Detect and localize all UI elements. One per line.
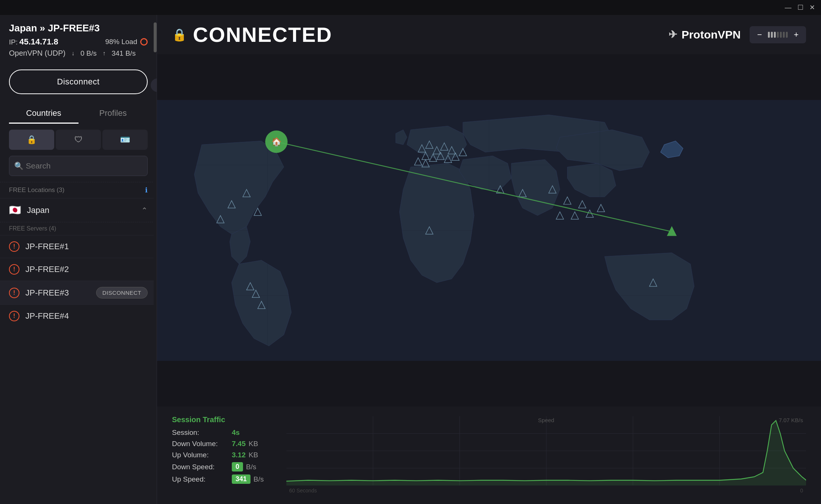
chart-speed-label: Speed (538, 417, 554, 423)
zoom-seg-6 (783, 32, 785, 38)
down-volume-row: Down Volume: 7.45 KB (172, 440, 264, 448)
server-status-icon: ! (9, 288, 19, 298)
search-container: 🔍 (0, 156, 157, 182)
server-name-1: JP-FREE#1 (25, 242, 148, 251)
free-locations-info-icon[interactable]: ℹ (145, 186, 148, 194)
window-controls: — ☐ ✕ (785, 3, 815, 12)
filter-shield-button[interactable]: 🛡 (56, 130, 101, 150)
down-volume-label: Down Volume: (172, 440, 232, 448)
main-layout: Japan » JP-FREE#3 IP: 45.14.71.8 98% Loa… (0, 15, 821, 504)
close-button[interactable]: ✕ (809, 3, 815, 12)
chart-zero-label: 0 (800, 488, 803, 494)
zoom-seg-2 (771, 32, 773, 38)
server-path: Japan » JP-FREE#3 (9, 22, 148, 34)
down-volume-value: 7.45 (232, 440, 246, 448)
down-volume-unit: KB (249, 440, 258, 448)
load-circle-icon (140, 38, 148, 46)
down-speed-row: Down Speed: 0 B/s (172, 462, 264, 471)
zoom-seg-5 (780, 32, 782, 38)
server-name-4: JP-FREE#4 (25, 311, 148, 321)
ip-label: IP: (9, 38, 18, 46)
load-text: 98% Load (105, 38, 137, 46)
load-indicator: 98% Load (105, 38, 148, 46)
server-name-2: JP-FREE#2 (25, 265, 148, 274)
up-volume-unit: KB (249, 451, 258, 459)
server-status-icon: ! (9, 241, 19, 252)
traffic-info: Session Traffic Session: 4s Down Volume:… (172, 415, 264, 495)
speed-display: ↓ 0 B/s ↑ 341 B/s (71, 49, 136, 58)
zoom-controls: − + (750, 26, 806, 43)
free-locations-header: FREE Locations (3) ℹ (0, 182, 157, 198)
map-area[interactable]: 🏠 (157, 54, 821, 406)
list-item[interactable]: ! JP-FREE#1 (0, 235, 157, 258)
list-item[interactable]: ! JP-FREE#2 (0, 258, 157, 281)
protocol-info: OpenVPN (UDP) ↓ 0 B/s ↑ 341 B/s (9, 49, 148, 58)
ip-display: IP: 45.14.71.8 (9, 37, 58, 47)
conn-meta: IP: 45.14.71.8 98% Load (9, 37, 148, 47)
svg-text:🏠: 🏠 (271, 137, 282, 147)
free-locations-label: FREE Locations (3) (9, 186, 64, 194)
list-item[interactable]: ! JP-FREE#4 (0, 304, 157, 327)
chart-wrapper: Speed 7.07 KB/s 60 Seconds 0 (286, 415, 806, 495)
down-arrow-icon: ↓ (71, 50, 74, 57)
filter-card-button[interactable]: 🪪 (102, 130, 148, 150)
zoom-in-button[interactable]: + (791, 28, 802, 41)
down-speed-badge: 0 (232, 462, 243, 471)
lock-icon: 🔒 (172, 28, 187, 42)
lock-filter-icon: 🔒 (27, 135, 37, 145)
zoom-seg-4 (777, 32, 779, 38)
server-name-3: JP-FREE#3 (25, 288, 96, 298)
japan-chevron-icon: ⌃ (141, 206, 148, 215)
up-speed-unit: B/s (253, 475, 264, 483)
maximize-button[interactable]: ☐ (797, 3, 803, 12)
zoom-out-button[interactable]: − (754, 28, 765, 41)
zoom-seg-1 (768, 32, 770, 38)
connected-status: 🔒 CONNECTED (172, 22, 332, 47)
session-row: Session: 4s (172, 429, 264, 437)
filter-lock-button[interactable]: 🔒 (9, 130, 54, 150)
brand-name: ProtonVPN (682, 28, 741, 41)
world-map-svg: 🏠 (157, 54, 821, 406)
zoom-seg-3 (774, 32, 776, 38)
card-filter-icon: 🪪 (120, 135, 130, 145)
scrollbar-thumb[interactable] (154, 22, 157, 52)
zoom-bar (768, 32, 788, 38)
down-speed-label: Down Speed: (172, 463, 232, 471)
minimize-button[interactable]: — (785, 3, 791, 12)
connected-text: CONNECTED (193, 22, 332, 47)
top-bar: 🔒 CONNECTED ✈ ProtonVPN − (157, 15, 821, 54)
sidebar-collapse-button[interactable]: ‹ (151, 78, 157, 92)
session-value: 4s (232, 429, 240, 437)
search-wrapper: 🔍 (9, 156, 148, 176)
connection-info: Japan » JP-FREE#3 IP: 45.14.71.8 98% Loa… (0, 15, 157, 64)
protocol-name: OpenVPN (UDP) (9, 49, 65, 58)
traffic-panel: Session Traffic Session: 4s Down Volume:… (157, 406, 821, 504)
disconnect-button[interactable]: Disconnect (9, 69, 148, 94)
chart-60s-label: 60 Seconds (289, 488, 317, 494)
zoom-seg-7 (786, 32, 788, 38)
up-speed-row: Up Speed: 341 B/s (172, 474, 264, 484)
top-bar-right: ✈ ProtonVPN − + (668, 26, 806, 43)
shield-filter-icon: 🛡 (74, 135, 83, 145)
traffic-title: Session Traffic (172, 415, 264, 424)
traffic-chart-svg (286, 415, 806, 495)
filter-icons: 🔒 🛡 🪪 (0, 124, 157, 156)
japan-flag-icon: 🇯🇵 (9, 204, 21, 216)
search-input[interactable] (9, 156, 148, 176)
server-list: FREE Locations (3) ℹ 🇯🇵 Japan ⌃ FREE Ser… (0, 182, 157, 504)
tabs-container: Countries Profiles (0, 100, 157, 124)
tab-countries[interactable]: Countries (9, 103, 79, 124)
up-speed-label: Up Speed: (172, 475, 232, 483)
disconnect-badge[interactable]: DISCONNECT (96, 287, 148, 299)
japan-country-name: Japan (27, 205, 141, 215)
proton-brand: ✈ ProtonVPN (668, 28, 741, 41)
down-speed-unit: B/s (246, 463, 256, 471)
sidebar: Japan » JP-FREE#3 IP: 45.14.71.8 98% Loa… (0, 15, 157, 504)
tab-profiles[interactable]: Profiles (79, 103, 148, 124)
list-item[interactable]: ! JP-FREE#3 DISCONNECT (0, 281, 157, 304)
title-bar: — ☐ ✕ (0, 0, 821, 15)
country-row-japan[interactable]: 🇯🇵 Japan ⌃ (0, 198, 157, 222)
ip-value: 45.14.71.8 (19, 37, 58, 46)
up-volume-value: 3.12 (232, 451, 246, 459)
server-status-icon: ! (9, 311, 19, 321)
